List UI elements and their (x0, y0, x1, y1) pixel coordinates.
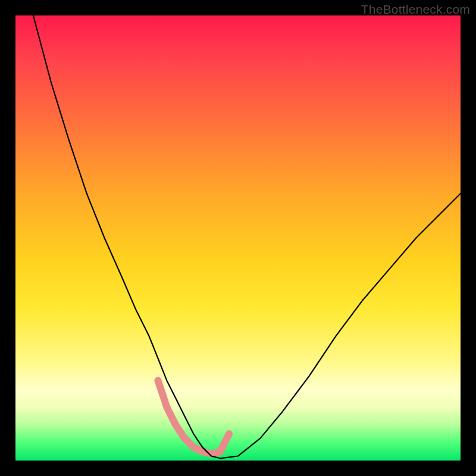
chart-frame: TheBottleneck.com (0, 0, 476, 476)
curve-layer (15, 15, 461, 461)
bottleneck-curve (33, 15, 461, 458)
plot-area (15, 15, 461, 461)
watermark-text: TheBottleneck.com (361, 2, 470, 17)
optimal-band (158, 380, 229, 453)
